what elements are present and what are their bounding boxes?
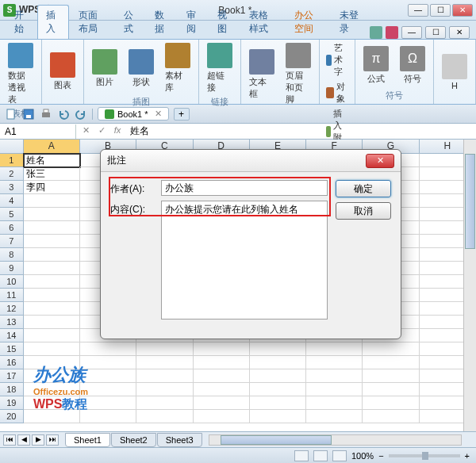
cell-A20[interactable] — [24, 410, 80, 423]
cell-A10[interactable] — [24, 275, 80, 289]
tab-页面布局[interactable]: 页面布局 — [71, 6, 114, 39]
cell-A9[interactable] — [24, 262, 80, 275]
zoom-out-button[interactable]: − — [378, 451, 383, 461]
save-icon[interactable] — [22, 108, 35, 121]
view-layout-button[interactable] — [313, 450, 328, 461]
row-header-10[interactable]: 10 — [0, 275, 24, 289]
vertical-scroll-thumb[interactable] — [465, 154, 475, 249]
row-header-8[interactable]: 8 — [0, 248, 24, 262]
tab-审阅[interactable]: 审阅 — [178, 6, 208, 39]
tab-开始[interactable]: 开始 — [6, 6, 36, 39]
author-input[interactable] — [161, 180, 328, 196]
content-textarea[interactable]: 办公族提示您请在此列输入姓名 — [161, 201, 328, 320]
tab-办公空间[interactable]: 办公空间 — [286, 6, 330, 39]
document-tab-close-icon[interactable]: ✕ — [155, 109, 162, 119]
zoom-slider[interactable] — [389, 454, 460, 457]
row-header-16[interactable]: 16 — [0, 356, 24, 369]
cell-E17[interactable] — [250, 369, 306, 383]
formula-input[interactable]: 姓名 — [127, 123, 476, 140]
ribbon-形状-button[interactable]: 形状 — [125, 48, 157, 90]
cell-E15[interactable] — [250, 342, 306, 356]
cell-F19[interactable] — [306, 396, 363, 410]
cell-A8[interactable] — [24, 248, 80, 262]
cell-A14[interactable] — [24, 329, 80, 342]
ribbon-超链接-button[interactable]: 超链接 — [204, 41, 236, 95]
add-tab-button[interactable]: + — [174, 108, 190, 121]
cancel-edit-icon[interactable]: ✕ — [79, 125, 92, 138]
sheet-next-button[interactable]: ▶ — [32, 434, 44, 446]
cell-B20[interactable] — [80, 410, 136, 423]
minimize-button[interactable]: — — [408, 4, 428, 17]
skin-icon[interactable] — [370, 26, 382, 39]
undo-icon[interactable] — [57, 108, 70, 121]
cell-D15[interactable] — [194, 342, 250, 356]
cell-A18[interactable] — [24, 383, 80, 396]
row-header-15[interactable]: 15 — [0, 342, 24, 356]
name-box[interactable]: A1 — [0, 124, 76, 139]
row-header-18[interactable]: 18 — [0, 383, 24, 396]
row-header-5[interactable]: 5 — [0, 208, 24, 221]
cell-G18[interactable] — [363, 383, 419, 396]
cell-G15[interactable] — [363, 342, 419, 356]
cell-F17[interactable] — [306, 369, 363, 383]
zoom-thumb[interactable] — [422, 452, 428, 460]
cell-F20[interactable] — [306, 410, 363, 423]
cell-A13[interactable] — [24, 316, 80, 329]
row-header-17[interactable]: 17 — [0, 369, 24, 383]
ribbon-图表-button[interactable]: 图表 — [47, 51, 79, 93]
cell-G20[interactable] — [363, 410, 419, 423]
sheet-prev-button[interactable]: ◀ — [17, 434, 30, 446]
ribbon-页眉和页脚-button[interactable]: 页眉和页脚 — [282, 41, 314, 107]
cell-E19[interactable] — [250, 396, 306, 410]
sheet-tab-Sheet2[interactable]: Sheet2 — [111, 433, 156, 447]
zoom-in-button[interactable]: + — [465, 451, 470, 461]
row-header-9[interactable]: 9 — [0, 262, 24, 275]
cell-A7[interactable] — [24, 235, 80, 248]
cell-D16[interactable] — [194, 356, 250, 369]
horizontal-scrollbar[interactable] — [209, 434, 462, 446]
row-header-7[interactable]: 7 — [0, 235, 24, 248]
cell-E18[interactable] — [250, 383, 306, 396]
new-icon[interactable] — [5, 108, 17, 121]
ribbon-艺术字-button[interactable]: 艺术字 — [324, 41, 350, 78]
ribbon-图片-button[interactable]: 图片 — [89, 48, 121, 90]
cell-A16[interactable] — [24, 356, 80, 369]
row-header-3[interactable]: 3 — [0, 181, 24, 194]
cell-G19[interactable] — [363, 396, 419, 410]
cell-A5[interactable] — [24, 208, 80, 221]
tab-未登录[interactable]: 未登录 — [332, 6, 368, 39]
cell-C19[interactable] — [136, 396, 193, 410]
cell-B15[interactable] — [80, 342, 136, 356]
cell-D20[interactable] — [194, 410, 250, 423]
cancel-button[interactable]: 取消 — [336, 202, 391, 220]
column-header-A[interactable]: A — [24, 140, 80, 153]
ribbon-minimize-button[interactable]: — — [401, 26, 422, 39]
dialog-close-button[interactable]: ✕ — [366, 154, 394, 168]
cell-B18[interactable] — [80, 383, 136, 396]
row-header-20[interactable]: 20 — [0, 410, 24, 423]
cell-C20[interactable] — [136, 410, 193, 423]
row-header-12[interactable]: 12 — [0, 302, 24, 316]
ribbon-公式-button[interactable]: π公式 — [360, 44, 392, 86]
cell-F15[interactable] — [306, 342, 363, 356]
cell-D18[interactable] — [194, 383, 250, 396]
cell-A12[interactable] — [24, 302, 80, 316]
close-button[interactable]: ✕ — [452, 4, 473, 17]
view-normal-button[interactable] — [294, 450, 309, 461]
ribbon-素材库-button[interactable]: 素材库 — [162, 41, 194, 95]
cell-B17[interactable] — [80, 369, 136, 383]
row-header-6[interactable]: 6 — [0, 221, 24, 235]
cell-C17[interactable] — [136, 369, 193, 383]
tab-视图[interactable]: 视图 — [209, 6, 239, 39]
fx-icon[interactable]: fx — [111, 125, 124, 138]
row-header-19[interactable]: 19 — [0, 396, 24, 410]
redo-icon[interactable] — [75, 108, 87, 121]
tab-表格样式[interactable]: 表格样式 — [241, 6, 285, 39]
cell-A15[interactable] — [24, 342, 80, 356]
row-header-14[interactable]: 14 — [0, 329, 24, 342]
cell-C16[interactable] — [136, 356, 193, 369]
print-icon[interactable] — [40, 108, 52, 121]
cell-A4[interactable] — [24, 194, 80, 208]
tab-公式[interactable]: 公式 — [116, 6, 145, 39]
cell-B19[interactable] — [80, 396, 136, 410]
